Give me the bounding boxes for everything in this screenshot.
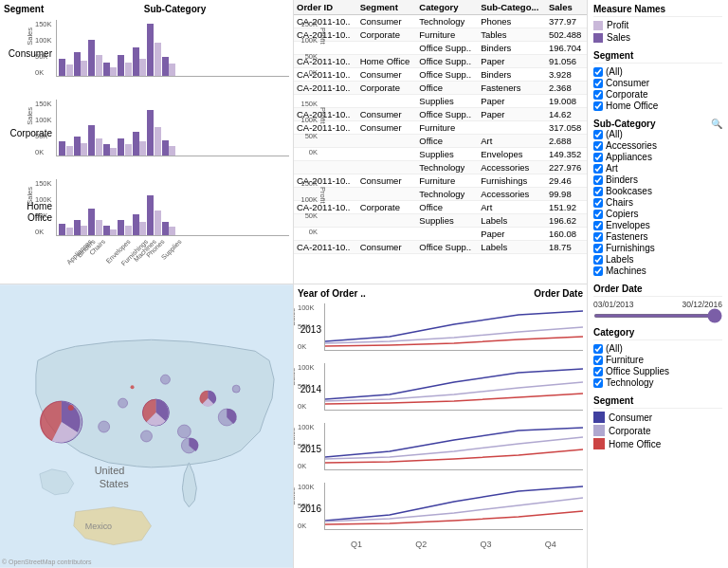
line-charts-section: Year of Order .. Order Date 2013 100K50K… xyxy=(294,284,587,568)
year-2016-row: 2016 100K50K0K Sales xyxy=(298,480,583,537)
segment-filter-title: Segment xyxy=(593,50,722,64)
homeoffice-bars xyxy=(56,179,289,236)
svg-rect-20 xyxy=(593,438,605,449)
table-row: Office Supp..Binders196.704 xyxy=(294,42,587,55)
year-2014-row: 2014 100K50K0K Sales xyxy=(298,360,583,417)
svg-point-13 xyxy=(232,385,240,393)
consumer-color-item: Consumer xyxy=(593,412,722,423)
bar-charts-section: Segment Sub-Category Consumer 150K100K50… xyxy=(0,0,293,284)
sales-label: Sales xyxy=(607,32,630,43)
homeoffice-chart-wrapper: 150K100K50K0K Sales xyxy=(56,179,289,246)
segment-consumer-item[interactable]: Consumer xyxy=(593,78,722,88)
chart-2016 xyxy=(324,483,583,530)
table-row: CA-2011-10..ConsumerFurnitureFurnishings… xyxy=(294,174,587,188)
segment-col-header: Segment xyxy=(4,4,61,14)
homeoffice-color-item: Home Office xyxy=(593,438,722,449)
measure-names-section: Measure Names Profit Sales xyxy=(593,4,722,43)
year-2013-row: 2013 100K50K0K Sales xyxy=(298,301,583,357)
col-segment: Segment xyxy=(357,0,417,15)
table-row: CA-2011-10..CorporateFurnitureTables502.… xyxy=(294,28,587,42)
sub-category-header: Sub-Category xyxy=(61,4,289,14)
segment-homeoffice-item[interactable]: Home Office xyxy=(593,101,722,111)
q-labels: Q1 Q2 Q3 Q4 xyxy=(298,540,583,549)
measure-names-title: Measure Names xyxy=(593,4,722,17)
segment-consumer-checkbox[interactable] xyxy=(593,79,603,88)
date-range-slider[interactable] xyxy=(593,314,722,318)
svg-point-16 xyxy=(131,385,135,389)
homeoffice-sales-axis: Sales xyxy=(26,187,34,205)
data-table: Order ID Segment Category Sub-Catego... … xyxy=(294,0,587,254)
chart-2014 xyxy=(324,363,583,411)
table-row: CA-2011-10..ConsumerOffice Supp..Labels1… xyxy=(294,241,587,254)
corporate-profit-axis: Profit xyxy=(318,107,327,124)
svg-point-15 xyxy=(68,405,74,411)
table-row: CA-2011-10..ConsumerFurniture317.058 xyxy=(294,121,587,135)
svg-rect-18 xyxy=(593,412,605,423)
segment-filter-section: Segment (All) Consumer Corporate Home Of… xyxy=(593,50,722,111)
table-row: CA-2011-10..ConsumerTechnologyPhones377.… xyxy=(294,15,587,28)
segment-color-legend: Segment Consumer Corporate Home Office xyxy=(593,395,722,449)
consumer-bars xyxy=(56,20,289,77)
order-date-filter-section: Order Date 03/01/2013 30/12/2016 xyxy=(593,284,722,320)
subcategory-filter-section: Sub-Category 🔍 (All) Accessories Applian… xyxy=(593,119,722,276)
segment-corporate-item[interactable]: Corporate xyxy=(593,89,722,100)
corporate-color-item: Corporate xyxy=(593,425,722,436)
table-row: Paper160.08 xyxy=(294,228,587,241)
category-filter-title: Category xyxy=(593,327,722,340)
corporate-chart-wrapper: 150K100K50K0K Sales 150K100K50 xyxy=(56,100,289,166)
main-container: Segment Sub-Category Consumer 150K100K50… xyxy=(0,0,728,568)
corporate-color-icon xyxy=(593,425,605,436)
table-row: CA-2011-10..ConsumerOffice Supp..Binders… xyxy=(294,68,587,82)
consumer-y-left: 150K100K50K0K xyxy=(35,20,52,77)
category-filter-section: Category (All) Furniture Office Supplies… xyxy=(593,327,722,388)
consumer-y-right: 150K100K50K0K xyxy=(300,20,318,77)
table-section: Order ID Segment Category Sub-Catego... … xyxy=(294,0,587,284)
map-svg: United States Mexico xyxy=(0,284,293,568)
table-row: SuppliesPaper19.008 xyxy=(294,95,587,108)
right-panel: Measure Names Profit Sales Segment (All)… xyxy=(588,0,728,568)
segment-homeoffice-checkbox[interactable] xyxy=(593,101,603,111)
svg-point-7 xyxy=(177,425,191,438)
profit-legend: Profit xyxy=(593,20,722,30)
sales-color-box xyxy=(593,33,603,43)
year-order-title: Year of Order .. xyxy=(298,288,366,299)
chart-2013 xyxy=(324,303,583,351)
homeoffice-color-icon xyxy=(593,438,605,449)
sub-all-item[interactable]: (All) xyxy=(593,129,722,139)
col-order-id: Order ID xyxy=(294,0,357,15)
col-category: Category xyxy=(416,0,478,15)
table-row: SuppliesLabels196.62 xyxy=(294,214,587,228)
consumer-chart-row: Consumer 150K100K50K0K Sales xyxy=(4,16,289,90)
svg-text:States: States xyxy=(100,478,130,489)
line-charts-header: Year of Order .. Order Date xyxy=(298,288,583,299)
profit-color-box xyxy=(593,21,603,30)
segment-color-title: Segment xyxy=(593,395,722,409)
col-sales: Sales xyxy=(546,0,587,15)
corporate-sales-axis: Sales xyxy=(26,107,34,125)
svg-rect-19 xyxy=(593,425,605,436)
bar-charts-title: Segment Sub-Category xyxy=(4,4,289,14)
svg-text:© OpenStreetMap contributors: © OpenStreetMap contributors xyxy=(2,559,92,566)
svg-point-12 xyxy=(99,421,110,432)
consumer-sales-axis: Sales xyxy=(26,27,34,46)
corporate-chart-row: Corporate 150K100K50K0K Sales xyxy=(4,96,289,170)
svg-point-11 xyxy=(118,398,128,408)
consumer-profit-axis: Profit xyxy=(318,27,327,45)
segment-all-checkbox[interactable] xyxy=(593,67,603,77)
homeoffice-profit-axis: Profit xyxy=(318,187,327,204)
profit-label: Profit xyxy=(607,20,628,30)
table-row: OfficeArt2.688 xyxy=(294,135,587,148)
homeoffice-chart-row: Home Office 150K100K50K0K Sales xyxy=(4,175,289,249)
subcategory-search-icon[interactable]: 🔍 xyxy=(711,119,722,129)
consumer-color-icon xyxy=(593,412,605,423)
segment-all-item[interactable]: (All) xyxy=(593,66,722,77)
segment-corporate-checkbox[interactable] xyxy=(593,90,603,100)
table-row: SuppliesEnvelopes149.352 xyxy=(294,148,587,161)
x-axis-labels: Appliances Binders Chairs Envelopes Furn… xyxy=(56,236,289,263)
corporate-color-label: Corporate xyxy=(609,426,650,436)
table-row: TechnologyAccessories227.976 xyxy=(294,161,587,174)
order-date-filter-title: Order Date xyxy=(593,284,722,297)
col-sub-category: Sub-Catego... xyxy=(478,0,546,15)
table-row: CA-2011-10..CorporateOfficeFasteners2.36… xyxy=(294,82,587,95)
map-section: United States Mexico xyxy=(0,284,293,568)
